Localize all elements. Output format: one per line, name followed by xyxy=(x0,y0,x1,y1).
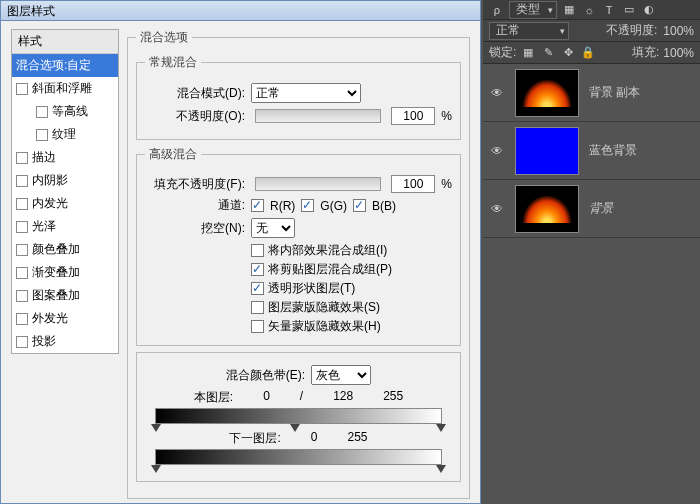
layer-row[interactable]: 👁 蓝色背景 xyxy=(483,122,700,180)
fill-opacity-slider[interactable] xyxy=(255,177,381,191)
checkbox[interactable] xyxy=(16,152,28,164)
lock-all-icon[interactable]: 🔒 xyxy=(580,46,596,60)
this-layer-slider[interactable] xyxy=(155,408,442,424)
dialog-main: 混合选项 常规混合 混合模式(D): 正常 不透明度(O): 100 % 高级混… xyxy=(127,29,470,495)
checkbox[interactable] xyxy=(16,175,28,187)
sidebar-item-bevel[interactable]: 斜面和浮雕 xyxy=(12,77,118,100)
sidebar-item-texture[interactable]: 纹理 xyxy=(12,123,118,146)
group-title: 常规混合 xyxy=(145,54,201,71)
checkbox[interactable] xyxy=(36,106,48,118)
transparency-shapes-label: 透明形状图层(T) xyxy=(268,280,355,297)
layer-row[interactable]: 👁 背景 xyxy=(483,180,700,238)
knockout-select[interactable]: 无 xyxy=(251,218,295,238)
blend-if-group: 混合颜色带(E): 灰色 本图层: 0 / 128 255 下一图层: 0 25… xyxy=(136,352,461,482)
pct: % xyxy=(441,177,452,191)
opacity-value[interactable]: 100 xyxy=(391,107,435,125)
under-layer-label: 下一图层: xyxy=(229,430,280,447)
blend-clipped-label: 将剪贴图层混合成组(P) xyxy=(268,261,392,278)
channel-r-checkbox[interactable] xyxy=(251,199,264,212)
layer-filter-select[interactable]: 类型 xyxy=(509,1,557,19)
opacity-label: 不透明度: xyxy=(606,22,657,39)
under-lo: 0 xyxy=(311,430,318,447)
fill-opacity-value[interactable]: 100 xyxy=(391,175,435,193)
layer-thumbnail[interactable] xyxy=(515,127,579,175)
fill-opacity-label: 填充不透明度(F): xyxy=(145,176,245,193)
sidebar-item-pattern-overlay[interactable]: 图案叠加 xyxy=(12,284,118,307)
checkbox[interactable] xyxy=(16,221,28,233)
blend-if-select[interactable]: 灰色 xyxy=(311,365,371,385)
fill-label: 填充: xyxy=(632,44,659,61)
advanced-blending-group: 高级混合 填充不透明度(F): 100 % 通道: R(R) G(G) B(B)… xyxy=(136,146,461,346)
lock-label: 锁定: xyxy=(489,44,516,61)
checkbox[interactable] xyxy=(16,267,28,279)
vector-mask-hides-checkbox[interactable] xyxy=(251,320,264,333)
divider: / xyxy=(300,389,303,406)
sidebar-item-gradient-overlay[interactable]: 渐变叠加 xyxy=(12,261,118,284)
blend-if-label: 混合颜色带(E): xyxy=(226,367,305,384)
blend-mode-select[interactable]: 正常 xyxy=(251,83,361,103)
opacity-value[interactable]: 100% xyxy=(663,24,694,38)
filter-icon-adjust[interactable]: ☼ xyxy=(581,3,597,17)
layer-name[interactable]: 背景 副本 xyxy=(589,84,694,101)
filter-icon-smart[interactable]: ◐ xyxy=(641,3,657,17)
blend-interior-label: 将内部效果混合成组(I) xyxy=(268,242,387,259)
general-blending-group: 常规混合 混合模式(D): 正常 不透明度(O): 100 % xyxy=(136,54,461,140)
checkbox[interactable] xyxy=(16,336,28,348)
visibility-icon[interactable]: 👁 xyxy=(489,86,505,100)
layer-mask-hides-checkbox[interactable] xyxy=(251,301,264,314)
visibility-icon[interactable]: 👁 xyxy=(489,202,505,216)
sidebar-item-blending-options[interactable]: 混合选项:自定 xyxy=(12,54,118,77)
layer-mask-hides-label: 图层蒙版隐藏效果(S) xyxy=(268,299,380,316)
this-layer-label: 本图层: xyxy=(194,389,233,406)
blend-interior-checkbox[interactable] xyxy=(251,244,264,257)
layer-thumbnail[interactable] xyxy=(515,69,579,117)
layer-thumbnail[interactable] xyxy=(515,185,579,233)
this-mid: 128 xyxy=(333,389,353,406)
checkbox[interactable] xyxy=(16,313,28,325)
lock-transparent-icon[interactable]: ▦ xyxy=(520,46,536,60)
group-title: 混合选项 xyxy=(136,29,192,46)
filter-icon-pixel[interactable]: ▦ xyxy=(561,3,577,17)
checkbox[interactable] xyxy=(16,244,28,256)
styles-sidebar: 样式 混合选项:自定 斜面和浮雕 等高线 纹理 描边 内阴影 内发光 光泽 颜色… xyxy=(11,29,119,354)
sidebar-item-outer-glow[interactable]: 外发光 xyxy=(12,307,118,330)
under-hi: 255 xyxy=(348,430,368,447)
fill-value[interactable]: 100% xyxy=(663,46,694,60)
layers-panel: ρ 类型 ▦ ☼ T ▭ ◐ 正常 不透明度: 100% 锁定: ▦ ✎ ✥ 🔒… xyxy=(483,0,700,504)
layer-name[interactable]: 蓝色背景 xyxy=(589,142,694,159)
blend-clipped-checkbox[interactable] xyxy=(251,263,264,276)
layer-name[interactable]: 背景 xyxy=(589,200,694,217)
checkbox[interactable] xyxy=(16,290,28,302)
opacity-label: 不透明度(O): xyxy=(145,108,245,125)
checkbox[interactable] xyxy=(16,198,28,210)
transparency-shapes-checkbox[interactable] xyxy=(251,282,264,295)
lock-position-icon[interactable]: ✥ xyxy=(560,46,576,60)
layers-filter-bar: ρ 类型 ▦ ☼ T ▭ ◐ xyxy=(483,0,700,20)
filter-icon-type[interactable]: T xyxy=(601,3,617,17)
knockout-label: 挖空(N): xyxy=(145,220,245,237)
sidebar-item-stroke[interactable]: 描边 xyxy=(12,146,118,169)
dialog-title: 图层样式 xyxy=(1,1,480,21)
channel-label: 通道: xyxy=(145,197,245,214)
sidebar-item-drop-shadow[interactable]: 投影 xyxy=(12,330,118,353)
channel-g-label: G(G) xyxy=(320,199,347,213)
checkbox[interactable] xyxy=(36,129,48,141)
opacity-slider[interactable] xyxy=(255,109,381,123)
under-layer-slider[interactable] xyxy=(155,449,442,465)
sidebar-item-inner-shadow[interactable]: 内阴影 xyxy=(12,169,118,192)
lock-pixels-icon[interactable]: ✎ xyxy=(540,46,556,60)
group-title: 高级混合 xyxy=(145,146,201,163)
layer-row[interactable]: 👁 背景 副本 xyxy=(483,64,700,122)
layers-mode-row: 正常 不透明度: 100% xyxy=(483,20,700,42)
sidebar-item-color-overlay[interactable]: 颜色叠加 xyxy=(12,238,118,261)
sidebar-item-contour[interactable]: 等高线 xyxy=(12,100,118,123)
filter-icon-shape[interactable]: ▭ xyxy=(621,3,637,17)
blend-mode-select[interactable]: 正常 xyxy=(489,22,569,40)
visibility-icon[interactable]: 👁 xyxy=(489,144,505,158)
this-lo: 0 xyxy=(263,389,270,406)
sidebar-item-inner-glow[interactable]: 内发光 xyxy=(12,192,118,215)
checkbox[interactable] xyxy=(16,83,28,95)
channel-g-checkbox[interactable] xyxy=(301,199,314,212)
sidebar-item-satin[interactable]: 光泽 xyxy=(12,215,118,238)
channel-b-checkbox[interactable] xyxy=(353,199,366,212)
